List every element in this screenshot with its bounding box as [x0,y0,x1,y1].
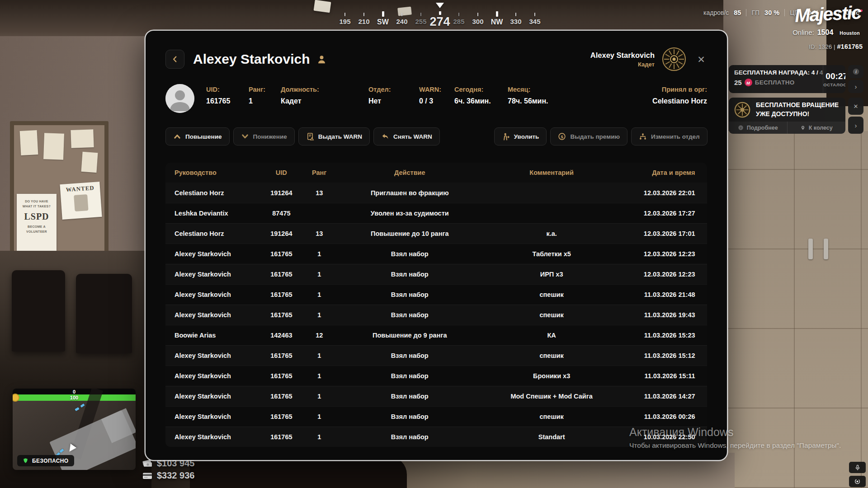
action-button-undo-arrow[interactable]: Снять WARN [373,127,440,145]
wanted-poster-title: WANTED [60,184,100,194]
wanted-poster-photo [74,194,88,211]
compass-tick-285: 285 [449,2,468,28]
timer-value: 00:27 [826,71,845,81]
table-cell: 1 [306,271,332,278]
table-cell: Взял набор [332,271,487,278]
safe-zone-label: БЕЗОПАСНО [32,458,69,464]
scene-noticeboard: DO YOU HAVE WHAT IT TAKES? LSPD BECOME A… [10,121,108,262]
table-cell: 1 [306,291,332,298]
action-label: Выдать премию [570,133,620,140]
close-panel-button[interactable]: ✕ [695,53,707,65]
log-table: РуководствоUIDРангДействиеКомментарийДат… [165,163,707,447]
member-stat-3: Отдел:Нет [368,84,419,105]
table-cell: Alexey Starkovich [165,413,256,420]
player-id: ID: 1326 |#161765 [809,43,863,50]
action-button-warn-doc[interactable]: Выдать WARN [298,127,370,145]
spin-card-text: БЕСПЛАТНОЕ ВРАЩЕНИЕ УЖЕ ДОСТУПНО! [756,101,839,118]
windows-watermark: Активация Windows Чтобы активировать Win… [629,426,841,450]
stat-value: 0 / 3 [419,97,454,105]
tick-mark [496,11,498,17]
stat-label: WARN: [419,86,454,93]
table-cell: Mod Спешик + Mod Сайга [487,393,616,400]
table-cell: Уволен из-за судимости [332,210,487,217]
table-cell: 1 [306,393,332,400]
table-cell: Alexey Starkovich [165,372,256,380]
scene-furniture-silhouette [190,456,407,488]
scene-wanted-poster: WANTED [60,182,102,220]
to-wheel-button[interactable]: К колесу [788,122,846,134]
tick-mark [420,13,421,16]
table-cell: Celestiano Horz [165,189,256,197]
compass-pointer-icon [436,3,444,8]
tick-mark [401,13,402,16]
person-leave-icon [502,132,510,141]
action-button-chevron-up[interactable]: Повышение [165,127,230,145]
scene-chair [12,270,65,352]
action-button-chevron-down[interactable]: Понижение [233,127,295,145]
table-cell: Повышение до 10 ранга [332,230,487,237]
details-button[interactable]: i Подробнее [729,122,787,134]
compass-tick-345: 345 [525,2,544,28]
wheel-icon [734,101,751,118]
member-stat-6: Месяц:78ч. 56мин. [508,84,566,105]
radial-menu-button[interactable] [849,476,866,487]
spin-card-actions: i Подробнее К колесу [729,122,845,134]
member-name: Alexey Starkovich [590,51,655,60]
table-cell: 13 [306,189,332,197]
spin-next-button[interactable]: › [848,117,863,134]
table-cell: Взял набор [332,413,487,420]
compass-tick-300: 300 [468,2,487,28]
compass-tick-SW: SW [373,2,392,28]
dollar-coin-icon: $ [558,132,566,141]
lspd-poster-text: DO YOU HAVE [17,199,57,204]
action-label: Повышение [185,133,222,140]
microphone-button[interactable] [849,462,866,473]
info-button[interactable]: i [848,65,863,78]
table-cell: 161765 [256,352,306,359]
game-screen: DO YOU HAVE WHAT IT TAKES? LSPD BECOME A… [0,0,868,488]
table-cell: Alexey Starkovich [165,433,256,441]
action-button-dollar-coin[interactable]: $Выдать премию [550,127,627,145]
info-icon: i [738,125,744,131]
back-button[interactable] [165,50,184,69]
table-cell: Alexey Starkovich [165,311,256,319]
compass-ticks: 195210SW240255274285300NW330345 [335,2,533,28]
table-cell: Взял набор [332,291,487,298]
free-reward-card[interactable]: БЕСПЛАТНАЯ НАГРАДА: 4 /4 25 м БЕСПЛАТНО … [729,65,845,93]
lspd-poster-text: BECOME A [17,225,57,230]
table-cell: 12.03.2026 22:01 [616,189,706,197]
stat-value: 161765 [206,97,249,105]
free-spin-card[interactable]: БЕСПЛАТНОЕ ВРАЩЕНИЕ УЖЕ ДОСТУПНО! i Подр… [729,98,845,134]
close-spin-button[interactable]: ✕ [848,98,863,115]
stat-label: Месяц: [508,86,566,93]
action-label: Изменить отдел [651,133,700,140]
table-cell: Alexey Starkovich [165,250,256,258]
column-header-4: Комментарий [487,169,616,176]
reward-free-label: БЕСПЛАТНО [755,79,795,86]
table-cell: 11.03.2026 21:48 [616,291,706,298]
table-cell: 161765 [256,413,306,420]
action-button-person-leave[interactable]: Уволить [494,127,547,145]
fps-value: 85 [734,9,741,16]
tick-mark [382,11,384,17]
reward-next-button[interactable]: › [848,80,863,93]
reward-timer: 00:27 ОСТАЛОСЬ [823,65,845,93]
table-cell: Alexey Starkovich [165,291,256,298]
online-counter: Online: 1504 Houston [793,28,860,37]
table-cell: к.а. [487,230,616,237]
action-button-org-tree[interactable]: Изменить отдел [631,127,708,145]
member-stat-7: Принял в орг:Celestiano Horz [652,84,707,105]
chevron-down-icon [241,132,249,141]
member-name-block: Alexey Starkovich Кадет [590,51,655,68]
table-cell: ИРП x3 [487,271,616,278]
table-row: Alexey Starkovich1617651Взял наборStanda… [165,427,707,447]
table-cell: 161765 [256,291,306,298]
table-cell: 161765 [256,372,306,380]
fps-label: кадров/с [703,9,729,16]
member-rank: Кадет [590,61,655,68]
reward-card-body: БЕСПЛАТНАЯ НАГРАДА: 4 /4 25 м БЕСПЛАТНО [729,65,823,93]
table-row: Alexey Starkovich1617651Взял наборТаблет… [165,244,707,264]
table-cell: Взял набор [332,250,487,258]
table-cell: спешик [487,291,616,298]
faction-crest-icon [662,47,686,71]
